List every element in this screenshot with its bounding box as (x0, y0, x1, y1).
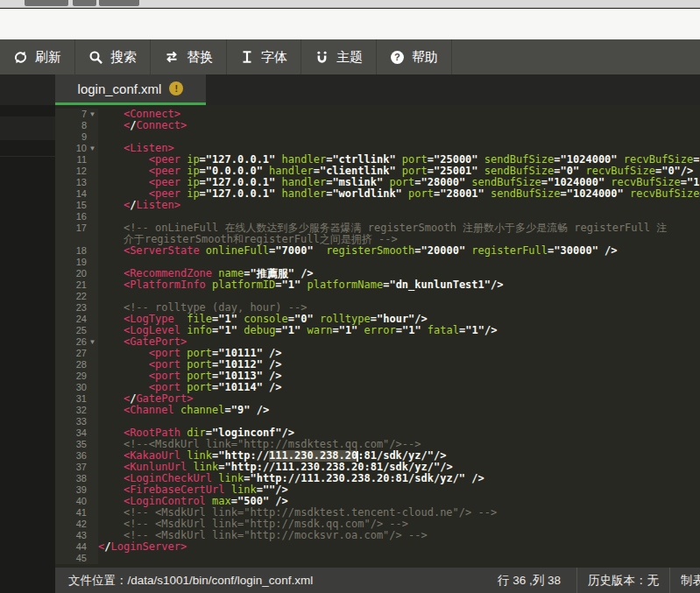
toolbar-button-refresh[interactable]: 刷新 (0, 39, 75, 74)
gutter[interactable]: 42 (55, 519, 98, 530)
gutter[interactable]: 18 (55, 245, 98, 257)
code-line[interactable]: 22 (55, 291, 700, 302)
gutter[interactable]: 38 (55, 473, 98, 484)
fold-arrow-icon[interactable]: ▼ (87, 109, 98, 120)
token: = (428, 154, 434, 166)
code-line[interactable]: 23 <!-- rolltype (day, hour) --> (55, 302, 700, 314)
code-line[interactable]: 介于registerSmooth和registerFull之间是拥挤 --> (55, 234, 700, 245)
code-line[interactable]: 17 <!-- onLineFull 在线人数达到多少服务器爆满 registe… (55, 222, 700, 234)
fold-arrow-icon[interactable]: ▼ (87, 143, 98, 154)
code-line[interactable]: 25 <LogLevel info="1" debug="1" warn="1"… (55, 325, 700, 336)
fold-arrow-icon[interactable]: ▼ (87, 336, 98, 348)
gutter[interactable]: 35 (55, 439, 98, 450)
gutter[interactable]: 43 (55, 530, 98, 541)
token: "28000" (421, 177, 466, 188)
gutter[interactable]: 10▼ (55, 143, 98, 154)
code-line[interactable]: 34 <RootPath dir="loginconf"/> (55, 427, 700, 439)
code-line[interactable]: 7▼ <Connect> (55, 109, 700, 120)
code-line[interactable]: 10▼ <Listen> (55, 143, 700, 154)
gutter[interactable]: 22 (55, 291, 98, 302)
gutter[interactable]: 27 (55, 348, 98, 359)
gutter[interactable]: 24 (55, 314, 98, 325)
gutter[interactable]: 29 (55, 371, 98, 382)
gutter[interactable]: 8 (55, 120, 98, 131)
code-line[interactable]: 36 <KakaoUrl link="http://111.230.238.20… (55, 450, 700, 462)
gutter[interactable]: 40 (55, 496, 98, 507)
gutter[interactable]: 41 (55, 507, 98, 519)
toolbar-button-replace[interactable]: 替换 (151, 39, 227, 74)
gutter[interactable]: 12 (55, 166, 98, 177)
code-line[interactable]: 20 <RecommendZone name="推薦服" /> (55, 268, 700, 279)
code-line[interactable]: 19 (55, 257, 700, 268)
code-line[interactable]: 29 <port port="10113" /> (55, 371, 700, 382)
history-version[interactable]: 历史版本：无 (588, 573, 659, 589)
token: rolltype (320, 314, 371, 325)
code-line[interactable]: 31 </GatePort> (55, 393, 700, 405)
tab-setting-label[interactable]: 制表 (681, 573, 700, 589)
gutter[interactable]: 37 (55, 462, 98, 473)
code-line[interactable]: 24 <LogType file="1" console="0" rolltyp… (55, 314, 700, 325)
gutter[interactable]: 32 (55, 405, 98, 416)
gutter[interactable]: 45 (55, 553, 98, 564)
gutter[interactable]: 21 (55, 279, 98, 291)
gutter[interactable]: 11 (55, 154, 98, 166)
gutter[interactable]: 28 (55, 359, 98, 371)
code-line[interactable]: 28 <port port="10112" /> (55, 359, 700, 371)
code-line[interactable]: 14 <peer ip="127.0.0.1" handler="worldli… (55, 188, 700, 200)
code-text: <KunlunUrl link="http://111.230.238.20:8… (98, 462, 700, 473)
gutter[interactable]: 9 (55, 131, 98, 143)
gutter[interactable]: 39 (55, 484, 98, 496)
gutter[interactable]: 15 (55, 200, 98, 211)
line-number: 35 (55, 439, 87, 450)
code-line[interactable]: 35 <!--<MsdkUrl link="http://msdktest.qq… (55, 439, 700, 450)
gutter[interactable]: 19 (55, 257, 98, 268)
code-line[interactable]: 18 <ServerState onlineFull="7000" regist… (55, 245, 700, 257)
code-line[interactable]: 11 <peer ip="127.0.0.1" handler="ctrllin… (55, 154, 700, 166)
gutter[interactable]: 44 (55, 541, 98, 553)
code-line[interactable]: 21 <PlatformInfo platformID="1" platform… (55, 279, 700, 291)
gutter[interactable]: 13 (55, 177, 98, 188)
gutter[interactable]: 31 (55, 393, 98, 405)
toolbar-button-font[interactable]: 字体 (227, 39, 301, 74)
code-line[interactable]: 44</LoginServer> (55, 541, 700, 553)
toolbar-button-search[interactable]: 搜索 (75, 39, 151, 74)
code-line[interactable]: 15 </Listen> (55, 200, 700, 211)
code-line[interactable]: 40 <LoginControl max="500" /> (55, 496, 700, 507)
gutter[interactable]: 33 (55, 416, 98, 427)
gutter[interactable]: 34 (55, 427, 98, 439)
code-line[interactable]: 30 <port port="10114" /> (55, 382, 700, 393)
code-line[interactable]: 9 (55, 131, 700, 143)
sidebar-item[interactable] (0, 116, 55, 140)
code-editor[interactable]: 7▼ <Connect>8 </Connect>910▼ <Listen>11 … (55, 105, 700, 568)
code-line[interactable]: 39 <FirebaseCertUrl link=""/> (55, 484, 700, 496)
code-line[interactable]: 38 <LoginCheckUrl link="http://111.230.2… (55, 473, 700, 484)
gutter[interactable]: 20 (55, 268, 98, 279)
code-line[interactable]: 42 <!-- <MsdkUrl link="http://msdk.qq.co… (55, 519, 700, 530)
gutter[interactable]: 16 (55, 211, 98, 222)
code-line[interactable]: 45 (55, 553, 700, 564)
code-line[interactable]: 27 <port port="10111" /> (55, 348, 700, 359)
gutter[interactable]: 17 (55, 222, 98, 234)
gutter[interactable]: 14 (55, 188, 98, 200)
code-line[interactable]: 8 </Connect> (55, 120, 700, 131)
code-line[interactable]: 37 <KunlunUrl link="http://111.230.238.2… (55, 462, 700, 473)
code-line[interactable]: 13 <peer ip="127.0.0.1" handler="mslink"… (55, 177, 700, 188)
browser-tab-fragment (73, 0, 96, 6)
gutter[interactable]: 7▼ (55, 109, 98, 120)
toolbar-button-help[interactable]: ?帮助 (377, 39, 452, 74)
code-line[interactable]: 43 <!-- <MsdkUrl link="http://mocksvr.oa… (55, 530, 700, 541)
toolbar-button-theme[interactable]: 主题 (301, 39, 377, 74)
code-line[interactable]: 12 <peer ip="0.0.0.0" handler="clientlin… (55, 166, 700, 177)
gutter[interactable]: 36 (55, 450, 98, 462)
gutter[interactable] (55, 234, 98, 245)
tab-login-conf-xml[interactable]: login_conf.xml ! (55, 74, 206, 105)
code-line[interactable]: 33 (55, 416, 700, 427)
gutter[interactable]: 30 (55, 382, 98, 393)
code-line[interactable]: 26▼ <GatePort> (55, 336, 700, 348)
code-line[interactable]: 32 <Channel channel="9" /> (55, 405, 700, 416)
code-line[interactable]: 16 (55, 211, 700, 222)
gutter[interactable]: 23 (55, 302, 98, 314)
gutter[interactable]: 26▼ (55, 336, 98, 348)
code-line[interactable]: 41 <!-- <MsdkUrl link="http://msdktest.t… (55, 507, 700, 519)
gutter[interactable]: 25 (55, 325, 98, 336)
